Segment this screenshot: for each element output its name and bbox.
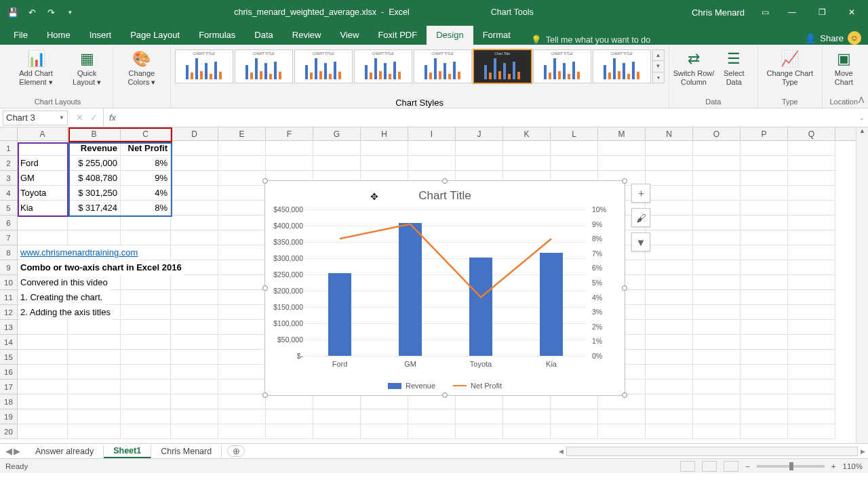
cell[interactable] [313, 156, 361, 171]
cell[interactable] [741, 156, 788, 171]
cell[interactable] [313, 394, 361, 409]
cell[interactable] [121, 230, 171, 245]
cell[interactable] [598, 409, 646, 424]
cell[interactable] [218, 230, 266, 245]
enter-formula-icon[interactable]: ✓ [90, 113, 98, 123]
cell[interactable] [218, 380, 266, 394]
tab-data[interactable]: Data [245, 26, 282, 45]
cell[interactable] [218, 350, 266, 365]
cell[interactable] [741, 394, 788, 409]
cell[interactable] [646, 365, 693, 380]
cell[interactable] [218, 365, 266, 380]
undo-icon[interactable]: ↶ [23, 3, 41, 21]
cell[interactable] [361, 424, 408, 439]
cell[interactable] [18, 350, 68, 365]
close-icon[interactable]: ✕ [838, 2, 865, 22]
cell[interactable]: 9% [121, 171, 171, 186]
cell[interactable]: 8% [121, 156, 171, 171]
zoom-level[interactable]: 110% [843, 462, 863, 470]
chart-styles-button[interactable]: 🖌 [631, 208, 650, 227]
new-sheet-button[interactable]: ⊕ [227, 445, 245, 457]
tab-scroll-left-icon[interactable]: ◀ [5, 446, 12, 456]
tab-formulas[interactable]: Formulas [189, 26, 245, 45]
cell[interactable] [693, 260, 741, 275]
quick-layout-button[interactable]: ▦ Quick Layout ▾ [66, 47, 107, 86]
cell[interactable] [646, 409, 693, 424]
redo-icon[interactable]: ↷ [42, 3, 60, 21]
cell[interactable] [218, 320, 266, 335]
cell[interactable] [218, 275, 266, 290]
share-button[interactable]: 👤 Share ☺ [805, 31, 868, 45]
tab-view[interactable]: View [330, 26, 368, 45]
cell[interactable] [646, 394, 693, 409]
cell[interactable] [788, 320, 835, 335]
cell[interactable] [361, 409, 408, 424]
cell[interactable] [693, 320, 741, 335]
resize-handle[interactable] [442, 392, 448, 398]
cell[interactable] [18, 230, 68, 245]
cell[interactable] [218, 424, 266, 439]
cell[interactable] [741, 350, 788, 365]
zoom-out-icon[interactable]: − [745, 462, 750, 470]
cell[interactable] [121, 380, 171, 394]
cell[interactable] [121, 245, 171, 260]
cell[interactable] [18, 290, 68, 305]
cell[interactable] [408, 141, 456, 156]
cell[interactable] [456, 424, 503, 439]
cell[interactable] [68, 260, 121, 275]
cell[interactable] [693, 305, 741, 320]
styles-scroll[interactable]: ▲▼▾ [652, 49, 665, 83]
chart-style-2[interactable]: CHART TITLE [235, 49, 293, 83]
cell[interactable] [408, 156, 456, 171]
cell[interactable] [503, 156, 551, 171]
change-colors-button[interactable]: 🎨 Change Colors ▾ [119, 47, 164, 86]
cell[interactable] [218, 171, 266, 186]
cell[interactable] [788, 380, 835, 394]
cell[interactable] [18, 216, 68, 230]
cell[interactable] [171, 394, 218, 409]
cell[interactable] [68, 275, 121, 290]
cell[interactable] [503, 394, 551, 409]
cell[interactable] [788, 260, 835, 275]
cell[interactable] [68, 245, 121, 260]
cell[interactable] [551, 156, 598, 171]
cell[interactable] [646, 275, 693, 290]
cell[interactable] [121, 365, 171, 380]
cell[interactable] [456, 156, 503, 171]
cell[interactable] [693, 350, 741, 365]
cell[interactable] [266, 424, 313, 439]
cell[interactable] [693, 186, 741, 201]
cell[interactable] [788, 305, 835, 320]
cell[interactable]: Ford [18, 156, 68, 171]
cell[interactable]: Revenue [68, 141, 121, 156]
cell[interactable] [171, 230, 218, 245]
cell[interactable] [598, 141, 646, 156]
cell[interactable] [171, 320, 218, 335]
add-chart-element-button[interactable]: 📊 Add Chart Element ▾ [8, 47, 64, 86]
chart-style-6-selected[interactable]: Chart Title [473, 49, 532, 83]
cell[interactable] [408, 409, 456, 424]
cell[interactable] [171, 216, 218, 230]
cell[interactable] [171, 141, 218, 156]
cell[interactable] [788, 186, 835, 201]
cell[interactable] [18, 380, 68, 394]
cell[interactable] [741, 216, 788, 230]
cell[interactable]: $ 408,780 [68, 171, 121, 186]
cell[interactable] [68, 409, 121, 424]
tab-review[interactable]: Review [283, 26, 331, 45]
cell[interactable] [741, 409, 788, 424]
cell[interactable] [551, 424, 598, 439]
tell-me[interactable]: 💡 Tell me what you want to do [520, 35, 805, 45]
cell[interactable] [313, 141, 361, 156]
cell[interactable] [171, 260, 218, 275]
cell[interactable] [788, 230, 835, 245]
chart-legend[interactable]: Revenue Net Profit [265, 382, 625, 390]
cell[interactable] [313, 409, 361, 424]
resize-handle[interactable] [622, 285, 627, 291]
name-box[interactable]: Chart 3▼ [3, 110, 68, 125]
cell[interactable] [68, 320, 121, 335]
resize-handle[interactable] [442, 178, 448, 184]
cell[interactable] [68, 365, 121, 380]
cell[interactable] [551, 409, 598, 424]
cell[interactable] [18, 305, 68, 320]
